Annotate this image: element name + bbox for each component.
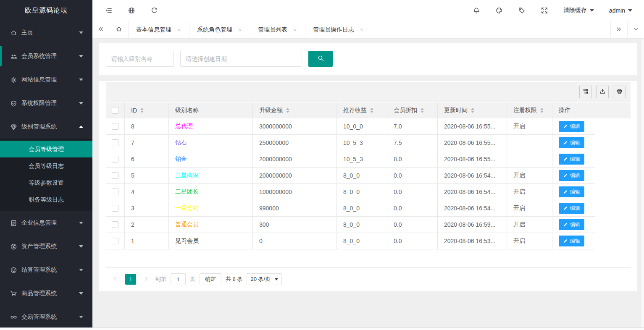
fullscreen-icon[interactable] bbox=[541, 7, 548, 14]
cell-referral-income: 10_5_3 bbox=[337, 151, 387, 167]
sidebar-item-label: 会员系统管理 bbox=[21, 52, 79, 60]
prev-page-button[interactable] bbox=[110, 274, 121, 285]
edit-button[interactable]: 编辑 bbox=[559, 154, 584, 165]
refresh-icon[interactable] bbox=[150, 7, 158, 14]
row-checkbox[interactable] bbox=[112, 172, 118, 179]
edit-button[interactable]: 编辑 bbox=[559, 203, 584, 214]
users-icon bbox=[10, 53, 17, 60]
member-discount: 0.0 bbox=[394, 172, 402, 179]
search-button[interactable] bbox=[308, 51, 333, 67]
update-time: 2020-08-06 16:55... bbox=[444, 123, 495, 130]
clear-cache-dropdown[interactable]: 清除缓存 bbox=[563, 7, 594, 14]
tabs-scroll-left-button[interactable] bbox=[92, 21, 109, 38]
infinity-icon bbox=[10, 314, 17, 321]
tag-icon[interactable] bbox=[518, 7, 526, 14]
user-dropdown[interactable]: admin bbox=[609, 7, 632, 14]
edit-button-label: 编辑 bbox=[570, 156, 580, 163]
cell-update-time: 2020-08-06 16:55... bbox=[438, 118, 507, 134]
column-label: 更新时间 bbox=[444, 107, 468, 114]
cell-row-id: 5 bbox=[125, 168, 169, 183]
sidebar-item-企业信息管理[interactable]: 企业信息管理 bbox=[0, 211, 92, 235]
sidebar-item-网站信息管理[interactable]: 网站信息管理 bbox=[0, 68, 92, 92]
export-button[interactable] bbox=[596, 86, 609, 98]
next-page-button[interactable] bbox=[140, 274, 151, 285]
sort-icon[interactable] bbox=[370, 108, 373, 113]
pencil-icon bbox=[563, 157, 568, 162]
tab-管理员列表[interactable]: 管理员列表 bbox=[250, 21, 305, 38]
tabs-menu-button[interactable] bbox=[627, 21, 644, 38]
row-checkbox[interactable] bbox=[112, 123, 118, 130]
close-icon[interactable] bbox=[292, 27, 297, 32]
row-checkbox[interactable] bbox=[112, 139, 118, 146]
palette-icon[interactable] bbox=[495, 7, 503, 14]
register-permission: 开启 bbox=[513, 237, 525, 245]
row-checkbox[interactable] bbox=[112, 189, 118, 195]
sort-icon[interactable] bbox=[421, 108, 424, 113]
chevron-down-icon bbox=[590, 9, 594, 12]
sort-icon[interactable] bbox=[471, 108, 474, 113]
table-row: 1见习会员08_0_00.02020-08-06 16:53...开启编辑 bbox=[106, 233, 595, 249]
tab-管理员操作日志[interactable]: 管理员操作日志 bbox=[305, 21, 370, 38]
sidebar-item-资产管理系统[interactable]: 资产管理系统 bbox=[0, 235, 92, 258]
tabs-scroll-right-button[interactable] bbox=[610, 21, 627, 38]
cell-update-time: 2020-08-06 16:54... bbox=[438, 200, 507, 216]
tab-基本信息管理[interactable]: 基本信息管理 bbox=[129, 21, 189, 38]
page-size-select[interactable]: 20 条/页 bbox=[247, 273, 282, 285]
sort-icon[interactable] bbox=[286, 108, 289, 113]
level-name: 二星团长 bbox=[175, 188, 199, 196]
sidebar-item-结算管理系统[interactable]: 结算管理系统 bbox=[0, 258, 92, 282]
edit-button[interactable]: 编辑 bbox=[559, 236, 584, 246]
print-button[interactable] bbox=[613, 86, 626, 98]
sidebar-subitem-等级参数设置[interactable]: 等级参数设置 bbox=[0, 174, 92, 191]
select-all-checkbox[interactable] bbox=[112, 107, 118, 114]
row-checkbox[interactable] bbox=[112, 156, 118, 162]
sidebar-subitem-职务等级日志[interactable]: 职务等级日志 bbox=[0, 191, 92, 208]
sidebar-item-级别管理系统[interactable]: 级别管理系统 bbox=[0, 115, 92, 139]
sort-icon[interactable] bbox=[140, 108, 144, 113]
page-number-button[interactable]: 1 bbox=[125, 274, 136, 285]
sidebar-item-label: 商品管理系统 bbox=[21, 290, 79, 297]
table-body: 8总代理300000000010_0_07.02020-08-06 16:55.… bbox=[106, 118, 631, 249]
horizontal-scrollbar[interactable] bbox=[0, 327, 644, 330]
update-time: 2020-08-06 16:55... bbox=[444, 139, 495, 146]
chevron-right-icon bbox=[143, 276, 149, 283]
collapse-sidebar-icon[interactable] bbox=[105, 7, 113, 14]
edit-button[interactable]: 编辑 bbox=[559, 121, 584, 132]
goto-page-input[interactable] bbox=[171, 273, 186, 285]
cell-row-id: 7 bbox=[125, 135, 169, 151]
close-icon[interactable] bbox=[359, 27, 364, 32]
close-icon[interactable] bbox=[176, 27, 181, 32]
row-checkbox-cell bbox=[106, 200, 125, 216]
tab-home[interactable] bbox=[109, 21, 129, 38]
sidebar-subitem-会员等级日志[interactable]: 会员等级日志 bbox=[0, 157, 92, 174]
referral-income: 10_5_3 bbox=[343, 156, 363, 162]
level-name-input[interactable] bbox=[106, 51, 174, 67]
chevron-down-icon bbox=[79, 269, 83, 271]
sort-icon[interactable] bbox=[540, 108, 544, 113]
close-icon[interactable] bbox=[237, 27, 242, 32]
register-permission: 开启 bbox=[513, 172, 525, 179]
sidebar-item-系统权限管理[interactable]: 系统权限管理 bbox=[0, 92, 92, 115]
edit-button[interactable]: 编辑 bbox=[559, 170, 584, 181]
confirm-page-button[interactable]: 确定 bbox=[200, 273, 221, 285]
sidebar-item-会员系统管理[interactable]: 会员系统管理 bbox=[0, 45, 92, 68]
bell-icon[interactable] bbox=[473, 7, 480, 14]
create-date-input[interactable] bbox=[180, 51, 302, 67]
table-row: 6铂金200000000010_5_38.02020-08-06 16:55..… bbox=[106, 151, 595, 168]
row-checkbox[interactable] bbox=[112, 238, 118, 244]
globe-icon[interactable] bbox=[128, 7, 135, 14]
vertical-scrollbar[interactable] bbox=[641, 39, 644, 327]
upgrade-amount: 990000 bbox=[259, 205, 279, 212]
row-checkbox-cell bbox=[106, 118, 125, 134]
sidebar-item-主页[interactable]: 主页 bbox=[0, 21, 92, 45]
tab-系统角色管理[interactable]: 系统角色管理 bbox=[189, 21, 250, 38]
edit-button[interactable]: 编辑 bbox=[559, 219, 584, 230]
sidebar-subitem-会员等级管理[interactable]: 会员等级管理 bbox=[0, 141, 92, 157]
edit-button[interactable]: 编辑 bbox=[559, 186, 584, 197]
sidebar-item-交易管理系统[interactable]: 交易管理系统 bbox=[0, 305, 92, 329]
edit-button[interactable]: 编辑 bbox=[559, 137, 584, 148]
row-checkbox[interactable] bbox=[112, 221, 118, 228]
row-checkbox[interactable] bbox=[112, 205, 118, 212]
sidebar-item-商品管理系统[interactable]: 商品管理系统 bbox=[0, 282, 92, 305]
filter-columns-button[interactable] bbox=[579, 86, 592, 98]
